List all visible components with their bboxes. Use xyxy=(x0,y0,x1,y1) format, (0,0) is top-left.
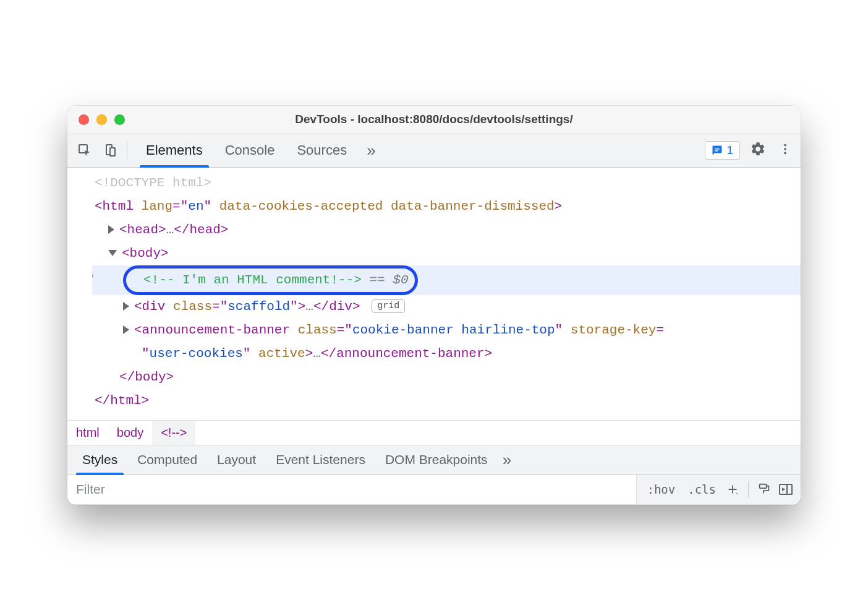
tree-row[interactable]: <announcement-banner class="cookie-banne… xyxy=(92,319,801,342)
svg-rect-8 xyxy=(760,484,767,488)
subtab-layout[interactable]: Layout xyxy=(207,445,266,475)
toolbar: Elements Console Sources » 1 xyxy=(67,134,801,168)
crumb-comment[interactable]: <!--> xyxy=(152,421,195,445)
device-toggle-icon[interactable] xyxy=(102,142,119,159)
svg-point-7 xyxy=(784,152,786,155)
tabs-overflow[interactable]: » xyxy=(358,134,384,167)
tree-row[interactable]: <html lang="en" data-cookies-accepted da… xyxy=(92,195,801,218)
svg-rect-2 xyxy=(110,148,115,156)
subtab-event-listeners[interactable]: Event Listeners xyxy=(266,445,375,475)
svg-point-6 xyxy=(784,148,786,150)
grid-badge[interactable]: grid xyxy=(372,299,405,313)
expand-toggle[interactable] xyxy=(123,325,129,334)
cls-toggle[interactable]: .cls xyxy=(684,480,720,499)
issue-icon xyxy=(712,145,723,156)
minimize-window[interactable] xyxy=(96,114,107,125)
tree-row[interactable]: <!DOCTYPE html> xyxy=(92,171,801,195)
new-style-rule-icon[interactable] xyxy=(725,481,741,497)
svg-rect-9 xyxy=(780,484,792,494)
window-title: DevTools - localhost:8080/docs/devtools/… xyxy=(67,113,801,126)
crumb-html[interactable]: html xyxy=(67,421,108,445)
dom-tree[interactable]: <!DOCTYPE html> <html lang="en" data-coo… xyxy=(67,168,801,420)
tree-row-selected[interactable]: ••• <!-- I'm an HTML comment!--> == $0 xyxy=(92,265,801,295)
toolbar-divider xyxy=(127,142,127,159)
close-window[interactable] xyxy=(79,114,89,125)
tree-row[interactable]: <body> xyxy=(92,242,801,265)
subtab-styles[interactable]: Styles xyxy=(72,445,127,475)
tree-row[interactable]: <div class="scaffold">…</div> grid xyxy=(92,295,801,319)
tree-row[interactable]: </body> xyxy=(92,366,801,389)
issues-badge[interactable]: 1 xyxy=(705,141,740,160)
svg-point-5 xyxy=(784,144,786,147)
tree-gutter xyxy=(67,171,92,413)
expand-toggle[interactable] xyxy=(108,225,114,234)
paint-icon[interactable] xyxy=(756,481,772,497)
filter-divider xyxy=(748,481,749,497)
hov-toggle[interactable]: :hov xyxy=(643,480,679,499)
issues-count: 1 xyxy=(726,144,733,157)
main-tabs: Elements Console Sources » xyxy=(135,134,385,167)
expand-toggle[interactable] xyxy=(123,302,129,311)
computed-sidebar-toggle-icon[interactable] xyxy=(777,481,794,497)
selected-marker: ••• xyxy=(92,265,96,289)
crumb-body[interactable]: body xyxy=(108,421,152,445)
tab-sources[interactable]: Sources xyxy=(286,134,358,167)
more-menu-icon[interactable] xyxy=(776,140,794,161)
tree-row[interactable]: <head>…</head> xyxy=(92,218,801,242)
tab-console[interactable]: Console xyxy=(214,134,286,167)
filter-input[interactable] xyxy=(67,475,636,504)
breadcrumb: html body <!--> xyxy=(67,420,801,445)
svg-rect-3 xyxy=(715,148,720,150)
window-controls xyxy=(79,114,125,125)
svg-rect-4 xyxy=(715,150,718,152)
inspect-icon[interactable] xyxy=(76,142,93,159)
filter-bar: :hov .cls xyxy=(67,475,801,505)
tab-elements[interactable]: Elements xyxy=(135,134,214,167)
subtabs-overflow[interactable]: » xyxy=(503,450,511,470)
devtools-window: DevTools - localhost:8080/docs/devtools/… xyxy=(67,106,801,505)
settings-icon[interactable] xyxy=(747,139,768,162)
subtab-dom-breakpoints[interactable]: DOM Breakpoints xyxy=(375,445,498,475)
subtab-computed[interactable]: Computed xyxy=(127,445,207,475)
tree-row[interactable]: </html> xyxy=(92,389,801,413)
styles-tabs: Styles Computed Layout Event Listeners D… xyxy=(67,445,801,475)
collapse-toggle[interactable] xyxy=(108,250,117,256)
tree-row-continuation[interactable]: "user-cookies" active>…</announcement-ba… xyxy=(92,342,801,366)
zoom-window[interactable] xyxy=(114,114,125,125)
selection-highlight: <!-- I'm an HTML comment!--> == $0 xyxy=(123,265,418,295)
titlebar: DevTools - localhost:8080/docs/devtools/… xyxy=(67,106,801,134)
